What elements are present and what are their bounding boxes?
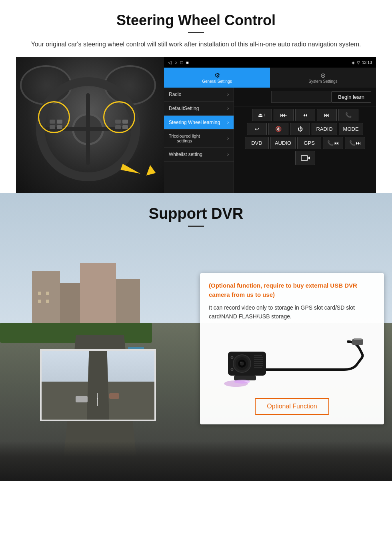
radio-button[interactable]: RADIO: [312, 123, 337, 135]
location-icon: ◈: [352, 60, 355, 65]
menu-steering-label: Steering Wheel learning: [169, 120, 220, 125]
dvr-icon: [300, 154, 310, 162]
steering-section: Steering Wheel Control Your original car…: [0, 0, 392, 193]
next-track-button[interactable]: ⏭: [317, 109, 337, 121]
tab-general-label: General Settings: [202, 79, 232, 84]
settings-content: Radio › DefaultSetting › Steering Wheel …: [164, 88, 376, 193]
ctrl-row-3: DVD AUDIO GPS 📞⏮ 📞⏭: [236, 137, 374, 149]
menu-default-setting[interactable]: DefaultSetting ›: [164, 102, 234, 116]
menu-whitelist[interactable]: Whitelist setting ›: [164, 148, 234, 162]
dashboard-strip: [0, 441, 392, 481]
status-time: 13:13: [362, 60, 372, 65]
status-icons: ◈ ▽ 13:13: [352, 60, 372, 65]
menu-default-chevron: ›: [227, 106, 229, 111]
ctrl-row-2: ↩ 🔇 ⏻ RADIO MODE: [236, 123, 374, 135]
menu-radio-label: Radio: [169, 92, 181, 97]
tab-system-label: System Settings: [308, 79, 337, 84]
svg-marker-1: [308, 156, 310, 160]
dvr-camera-illustration: [209, 328, 375, 392]
audio-button[interactable]: AUDIO: [270, 137, 296, 149]
wifi-icon: ▽: [357, 60, 360, 65]
dvr-thumbnail: [40, 349, 156, 421]
ctrl-row-4: [236, 151, 374, 165]
mute-button[interactable]: 🔇: [268, 123, 288, 135]
svg-rect-3: [354, 338, 362, 340]
menu-steering-wheel[interactable]: Steering Wheel learning ›: [164, 116, 234, 130]
android-ui-panel: ◁ ○ □ ■ ◈ ▽ 13:13 ⚙ General Settings ⊛: [164, 57, 376, 193]
svg-point-19: [231, 368, 233, 371]
vol-up-button[interactable]: ⏏+: [252, 109, 272, 121]
nav-square-icon: □: [180, 60, 183, 65]
steering-wheel-image: [16, 57, 164, 193]
dvd-button[interactable]: DVD: [245, 137, 269, 149]
tab-general-settings[interactable]: ⚙ General Settings: [164, 68, 270, 88]
menu-steering-chevron: ›: [227, 120, 229, 125]
dvr-button[interactable]: [295, 151, 315, 165]
menu-default-label: DefaultSetting: [169, 106, 199, 111]
general-settings-icon: ⚙: [214, 72, 220, 79]
nav-dot-icon: ■: [186, 60, 189, 65]
controls-top-bar: Begin learn: [234, 88, 376, 106]
dvr-camera-svg: [220, 330, 364, 390]
nav-back-icon: ◁: [168, 60, 171, 65]
ctrl-row-1: ⏏+ ⏮- ⏮ ⏭ 📞: [236, 109, 374, 121]
phone-next-button[interactable]: 📞⏭: [345, 137, 365, 149]
svg-rect-17: [234, 376, 256, 380]
prev-track-button[interactable]: ⏮: [295, 109, 315, 121]
gps-button[interactable]: GPS: [297, 137, 321, 149]
vol-down-button[interactable]: ⏮-: [274, 109, 294, 121]
menu-whitelist-chevron: ›: [227, 152, 229, 157]
page-title: Steering Wheel Control: [16, 12, 376, 29]
dvr-title-area: Support DVR: [0, 193, 392, 227]
dvr-section: Support DVR (Optional function, require …: [0, 193, 392, 481]
wheel-bg: [16, 57, 164, 193]
settings-menu: Radio › DefaultSetting › Steering Wheel …: [164, 88, 234, 193]
svg-point-18: [231, 356, 233, 359]
phone-prev-button[interactable]: 📞⏮: [323, 137, 343, 149]
power-button[interactable]: ⏻: [290, 123, 310, 135]
menu-tricoloured-label: Tricoloured lightsettings: [169, 134, 200, 143]
tab-system-settings[interactable]: ⊛ System Settings: [270, 68, 376, 88]
dvr-divider: [188, 226, 204, 227]
svg-rect-0: [301, 156, 308, 160]
dvr-optional-text: (Optional function, require to buy exter…: [209, 281, 375, 299]
dvr-title: Support DVR: [0, 205, 392, 222]
mode-button[interactable]: MODE: [339, 123, 363, 135]
dvr-desc-text: It can record video only to storage in G…: [209, 303, 375, 321]
svg-point-9: [240, 362, 242, 363]
control-buttons-grid: ⏏+ ⏮- ⏮ ⏭ 📞 ↩ 🔇 ⏻ RADIO MODE: [234, 106, 376, 168]
hang-up-button[interactable]: ↩: [247, 123, 267, 135]
thumb-road-scene: [42, 351, 154, 420]
steering-demo: ◁ ○ □ ■ ◈ ▽ 13:13 ⚙ General Settings ⊛: [16, 57, 376, 193]
steering-controls-panel: Begin learn ⏏+ ⏮- ⏮ ⏭ 📞: [234, 88, 376, 193]
optional-function-button[interactable]: Optional Function: [255, 398, 329, 415]
settings-tabs: ⚙ General Settings ⊛ System Settings: [164, 68, 376, 88]
menu-tricoloured[interactable]: Tricoloured lightsettings ›: [164, 130, 234, 148]
android-status-bar: ◁ ○ □ ■ ◈ ▽ 13:13: [164, 57, 376, 68]
menu-radio-chevron: ›: [227, 92, 229, 97]
begin-learn-button[interactable]: Begin learn: [331, 91, 371, 103]
menu-whitelist-label: Whitelist setting: [169, 152, 202, 157]
dvr-info-box: (Optional function, require to buy exter…: [200, 273, 384, 424]
menu-radio[interactable]: Radio ›: [164, 88, 234, 102]
nav-home-icon: ○: [174, 60, 177, 65]
menu-tricoloured-chevron: ›: [227, 136, 229, 141]
title-divider: [188, 32, 204, 33]
svg-rect-2: [352, 339, 363, 345]
phone-call-button[interactable]: 📞: [338, 109, 358, 121]
svg-point-21: [234, 380, 250, 384]
section-subtitle: Your original car's steering wheel contr…: [16, 40, 376, 49]
system-settings-icon: ⊛: [320, 72, 326, 79]
